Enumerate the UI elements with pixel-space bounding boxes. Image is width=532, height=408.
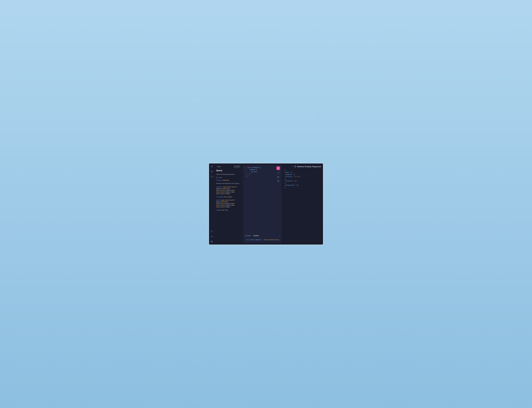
playground-title: Redwood GraphQL Playground: [294, 165, 321, 168]
search-shortcut: ⌘ K: [237, 166, 239, 167]
chevron-left-icon: ‹: [216, 166, 217, 167]
field-item[interactable]: contact(id: Int!): Contact: [216, 196, 240, 198]
svg-line-9: [236, 167, 236, 167]
svg-marker-15: [295, 166, 296, 168]
docs-back-label: Docs: [217, 166, 221, 168]
folder-icon[interactable]: [211, 176, 213, 178]
svg-line-4: [212, 172, 212, 172]
main-area: 1 ▾2 ▾3 4 5 query Redwood { redwood { ve…: [242, 163, 323, 245]
field-description: Fetches the Redwood root schema.: [216, 183, 240, 184]
keyboard-icon[interactable]: [211, 235, 213, 238]
refresh-icon[interactable]: [211, 230, 213, 232]
field-item[interactable]: posts: <span class="punct">[span>Post<sp…: [216, 199, 240, 208]
response-viewer[interactable]: ▾{▾ "data": {▾ "redwood": { "version": "…: [283, 169, 321, 188]
field-item[interactable]: redwood: Redwood: [216, 179, 240, 181]
fields-icon: [216, 177, 218, 178]
redwood-logo-icon: [294, 165, 296, 168]
editor-toolbar: [276, 166, 280, 182]
search-icon: [235, 166, 236, 167]
settings-icon[interactable]: [211, 240, 213, 243]
chevron-down-icon[interactable]: ⌄: [278, 235, 280, 237]
svg-point-16: [295, 166, 295, 167]
svg-point-8: [235, 166, 236, 167]
fields-heading: Fields: [216, 177, 240, 178]
prettify-icon[interactable]: [277, 172, 279, 174]
new-tab-button[interactable]: +: [292, 165, 293, 168]
copy-icon[interactable]: [277, 180, 279, 182]
tab-variables[interactable]: Variables: [245, 235, 251, 237]
line-number: 1: [245, 239, 246, 240]
history-icon[interactable]: [211, 170, 213, 173]
play-icon: [278, 168, 279, 169]
docs-icon[interactable]: [211, 165, 213, 168]
response-panel: + Redwood GraphQL Playground ▾{▾ "data":…: [283, 165, 321, 243]
variables-headers-tabs: Variables Headers ⌄: [243, 234, 282, 238]
headers-editor[interactable]: 1 {"x-auth-comment": "See documentation:: [243, 238, 282, 243]
icon-rail: [209, 163, 214, 245]
docs-panel: ‹ Docs ⌘ K Query About the Redwood queri…: [214, 163, 242, 245]
query-editor[interactable]: 1 ▾2 ▾3 4 5 query Redwood { redwood { ve…: [243, 165, 282, 233]
search-button[interactable]: ⌘ K: [233, 165, 240, 168]
fields-list: redwood: RedwoodFetches the Redwood root…: [216, 179, 240, 212]
run-button[interactable]: [276, 166, 280, 170]
editor-card: 1 ▾2 ▾3 4 5 query Redwood { redwood { ve…: [243, 165, 282, 243]
merge-icon[interactable]: [277, 176, 279, 178]
field-item[interactable]: contacts: <span class="punct">[span>Cont…: [216, 186, 240, 195]
docs-description: About the Redwood queries.: [216, 173, 240, 175]
app-window: ‹ Docs ⌘ K Query About the Redwood queri…: [209, 163, 323, 245]
tab-headers[interactable]: Headers: [253, 235, 259, 237]
editor-bottom-panel: Variables Headers ⌄ 1 {"x-auth-comment":…: [243, 233, 282, 243]
docs-title: Query: [216, 169, 240, 172]
svg-point-7: [211, 241, 212, 242]
field-item[interactable]: post(id: Int!): Post: [216, 209, 240, 211]
svg-marker-10: [278, 168, 279, 169]
docs-back-button[interactable]: ‹ Docs: [216, 166, 221, 168]
